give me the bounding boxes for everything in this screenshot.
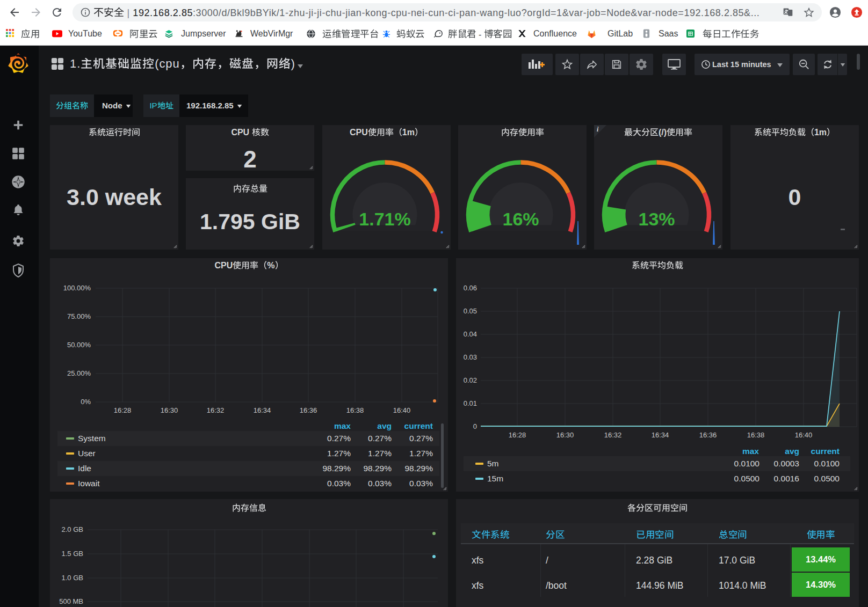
svg-text:0.05: 0.05	[464, 307, 477, 315]
svg-text:16:28: 16:28	[114, 406, 132, 414]
svg-text:2.0 GB: 2.0 GB	[62, 525, 83, 533]
svg-text:0.03: 0.03	[464, 353, 477, 361]
svg-text:0.02: 0.02	[464, 376, 477, 384]
svg-text:16:34: 16:34	[652, 431, 669, 439]
svg-text:16:32: 16:32	[604, 431, 622, 439]
svg-text:16:36: 16:36	[699, 431, 717, 439]
svg-text:16:30: 16:30	[556, 431, 574, 439]
svg-text:16:38: 16:38	[747, 431, 765, 439]
svg-text:0.06: 0.06	[464, 284, 477, 292]
svg-text:16:28: 16:28	[509, 431, 526, 439]
svg-text:75.00%: 75.00%	[67, 312, 91, 320]
svg-text:16:32: 16:32	[207, 406, 225, 414]
svg-text:1.5 GB: 1.5 GB	[62, 550, 83, 558]
svg-text:0%: 0%	[81, 398, 91, 406]
svg-text:0: 0	[473, 422, 477, 430]
svg-text:500 MB: 500 MB	[59, 597, 83, 605]
svg-text:16:40: 16:40	[393, 406, 411, 414]
svg-text:100.00%: 100.00%	[63, 284, 91, 292]
svg-text:25.00%: 25.00%	[67, 369, 91, 377]
svg-text:16:36: 16:36	[300, 406, 317, 414]
svg-text:1.0 GB: 1.0 GB	[62, 574, 83, 582]
svg-text:16:34: 16:34	[254, 406, 271, 414]
svg-text:16:30: 16:30	[161, 406, 178, 414]
svg-text:0.01: 0.01	[464, 399, 477, 407]
svg-text:16:38: 16:38	[346, 406, 364, 414]
svg-text:16:40: 16:40	[795, 431, 813, 439]
svg-text:50.00%: 50.00%	[67, 341, 91, 349]
svg-text:0.04: 0.04	[464, 330, 477, 338]
